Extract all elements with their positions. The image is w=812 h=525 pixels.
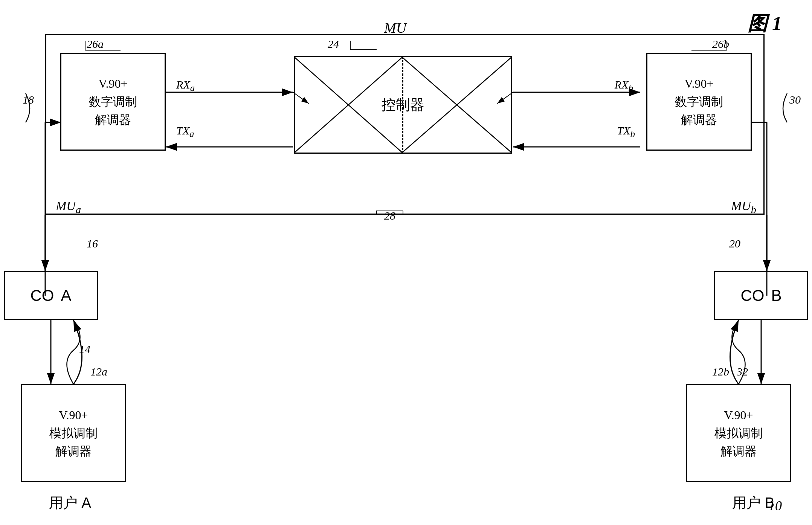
modem-b-line3: 解调器 xyxy=(720,442,757,460)
co-b-box: CO B xyxy=(714,271,808,320)
txb-label: TXb xyxy=(617,124,635,139)
mu-right-modem-line3: 解调器 xyxy=(681,111,717,129)
modem-a-line3: 解调器 xyxy=(55,442,92,460)
ref-14: 14 xyxy=(79,343,90,356)
ref-16: 16 xyxy=(87,237,98,250)
ref-24: 24 xyxy=(328,38,339,50)
modem-b-line1: V.90+ xyxy=(724,406,753,424)
ref-26a: 26a xyxy=(87,38,104,50)
rxb-label: RXb xyxy=(615,78,633,93)
mu-left-modem-box: V.90+ 数字调制 解调器 xyxy=(60,53,166,151)
mu-left-modem-line2: 数字调制 xyxy=(89,93,137,111)
ref-32: 32 xyxy=(737,365,748,378)
user-a-label: 用户 A xyxy=(49,493,91,513)
ref-20: 20 xyxy=(729,237,740,250)
rxa-label: RXa xyxy=(176,78,195,93)
controller-dashed-line xyxy=(402,56,403,154)
mu-right-modem-line1: V.90+ xyxy=(684,75,713,93)
co-a-box: CO A xyxy=(4,271,98,320)
figure-number: 10 xyxy=(768,498,782,514)
mu-right-modem-line2: 数字调制 xyxy=(675,93,723,111)
co-b-sub: B xyxy=(771,287,781,305)
ref-12b: 12b xyxy=(712,365,729,378)
diagram: 图 1 MU 26a 26b 24 V.90+ 数字调制 解调器 V.90+ 数… xyxy=(0,0,812,525)
co-a-sub: A xyxy=(61,287,71,305)
mu-left-modem-line3: 解调器 xyxy=(95,111,131,129)
mua-label: MUa xyxy=(56,199,81,216)
txa-label: TXa xyxy=(176,124,194,139)
co-b-label: CO xyxy=(740,287,764,305)
ref-30: 30 xyxy=(789,93,801,106)
mu-left-modem-line1: V.90+ xyxy=(98,75,127,93)
mub-label: MUb xyxy=(731,199,756,216)
co-a-label: CO xyxy=(30,287,54,305)
modem-b-line2: 模拟调制 xyxy=(714,424,763,442)
modem-a-box: V.90+ 模拟调制 解调器 xyxy=(21,384,126,482)
ref-12a: 12a xyxy=(90,365,107,378)
figure-label: 图 1 xyxy=(748,11,782,37)
modem-b-box: V.90+ 模拟调制 解调器 xyxy=(686,384,791,482)
modem-a-line2: 模拟调制 xyxy=(49,424,98,442)
modem-a-line1: V.90+ xyxy=(59,406,88,424)
mu-label: MU xyxy=(384,20,406,36)
ref-28: 28 xyxy=(384,209,395,222)
mu-right-modem-box: V.90+ 数字调制 解调器 xyxy=(646,53,752,151)
ref-26b: 26b xyxy=(712,38,729,50)
ref-18: 18 xyxy=(23,93,34,106)
